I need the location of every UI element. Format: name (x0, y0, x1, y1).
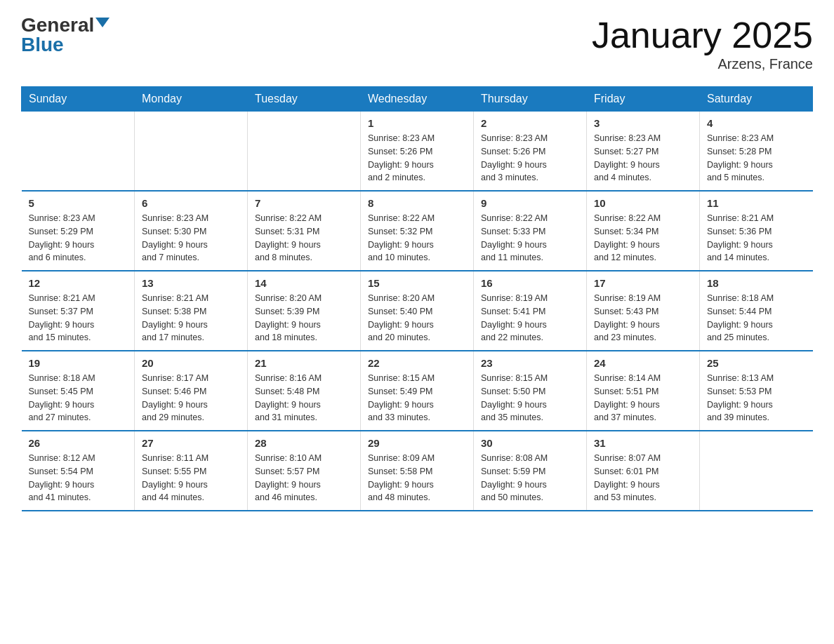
calendar-day-cell: 9Sunrise: 8:22 AM Sunset: 5:33 PM Daylig… (474, 191, 587, 271)
day-info: Sunrise: 8:17 AM Sunset: 5:46 PM Dayligh… (142, 372, 240, 424)
logo: General Blue (21, 14, 110, 56)
day-info: Sunrise: 8:16 AM Sunset: 5:48 PM Dayligh… (255, 372, 353, 424)
day-number: 19 (29, 357, 128, 369)
day-number: 27 (142, 437, 240, 449)
day-info: Sunrise: 8:23 AM Sunset: 5:30 PM Dayligh… (142, 212, 240, 264)
calendar-day-cell (700, 431, 813, 511)
day-number: 4 (707, 117, 806, 129)
day-number: 16 (481, 277, 579, 289)
day-number: 21 (255, 357, 353, 369)
calendar-week-row: 19Sunrise: 8:18 AM Sunset: 5:45 PM Dayli… (22, 351, 813, 431)
calendar-day-cell (135, 112, 248, 192)
calendar-day-cell: 19Sunrise: 8:18 AM Sunset: 5:45 PM Dayli… (22, 351, 135, 431)
calendar-day-header: Sunday (22, 87, 135, 112)
calendar-day-cell: 30Sunrise: 8:08 AM Sunset: 5:59 PM Dayli… (474, 431, 587, 511)
location: Arzens, France (592, 56, 813, 72)
calendar-day-cell: 3Sunrise: 8:23 AM Sunset: 5:27 PM Daylig… (587, 112, 700, 192)
calendar-day-header: Thursday (474, 87, 587, 112)
day-number: 18 (707, 277, 806, 289)
day-info: Sunrise: 8:23 AM Sunset: 5:26 PM Dayligh… (368, 132, 466, 185)
calendar-day-cell: 18Sunrise: 8:18 AM Sunset: 5:44 PM Dayli… (700, 271, 813, 351)
calendar-day-cell: 11Sunrise: 8:21 AM Sunset: 5:36 PM Dayli… (700, 191, 813, 271)
day-info: Sunrise: 8:11 AM Sunset: 5:55 PM Dayligh… (142, 452, 240, 504)
calendar-day-cell: 1Sunrise: 8:23 AM Sunset: 5:26 PM Daylig… (361, 112, 474, 192)
calendar-day-header: Saturday (700, 87, 813, 112)
calendar-day-cell: 14Sunrise: 8:20 AM Sunset: 5:39 PM Dayli… (248, 271, 361, 351)
calendar-day-cell: 17Sunrise: 8:19 AM Sunset: 5:43 PM Dayli… (587, 271, 700, 351)
day-number: 24 (594, 357, 692, 369)
calendar-day-cell: 13Sunrise: 8:21 AM Sunset: 5:38 PM Dayli… (135, 271, 248, 351)
day-info: Sunrise: 8:23 AM Sunset: 5:29 PM Dayligh… (29, 212, 128, 264)
day-info: Sunrise: 8:09 AM Sunset: 5:58 PM Dayligh… (368, 452, 466, 504)
day-info: Sunrise: 8:23 AM Sunset: 5:26 PM Dayligh… (481, 132, 579, 185)
calendar-day-cell: 28Sunrise: 8:10 AM Sunset: 5:57 PM Dayli… (248, 431, 361, 511)
day-info: Sunrise: 8:21 AM Sunset: 5:37 PM Dayligh… (29, 292, 128, 344)
day-info: Sunrise: 8:22 AM Sunset: 5:34 PM Dayligh… (594, 212, 692, 264)
calendar-day-cell: 24Sunrise: 8:14 AM Sunset: 5:51 PM Dayli… (587, 351, 700, 431)
day-info: Sunrise: 8:20 AM Sunset: 5:40 PM Dayligh… (368, 292, 466, 344)
day-info: Sunrise: 8:18 AM Sunset: 5:45 PM Dayligh… (29, 372, 128, 424)
day-number: 12 (29, 277, 128, 289)
day-info: Sunrise: 8:08 AM Sunset: 5:59 PM Dayligh… (481, 452, 579, 504)
calendar-day-cell: 31Sunrise: 8:07 AM Sunset: 6:01 PM Dayli… (587, 431, 700, 511)
day-number: 3 (594, 117, 692, 129)
day-number: 23 (481, 357, 579, 369)
calendar-day-header: Wednesday (361, 87, 474, 112)
calendar-day-cell: 29Sunrise: 8:09 AM Sunset: 5:58 PM Dayli… (361, 431, 474, 511)
calendar-header-row: SundayMondayTuesdayWednesdayThursdayFrid… (22, 87, 813, 112)
day-info: Sunrise: 8:22 AM Sunset: 5:33 PM Dayligh… (481, 212, 579, 264)
day-number: 6 (142, 197, 240, 209)
day-number: 28 (255, 437, 353, 449)
month-title: January 2025 (592, 14, 813, 56)
calendar-day-cell: 27Sunrise: 8:11 AM Sunset: 5:55 PM Dayli… (135, 431, 248, 511)
calendar-day-cell: 21Sunrise: 8:16 AM Sunset: 5:48 PM Dayli… (248, 351, 361, 431)
day-info: Sunrise: 8:12 AM Sunset: 5:54 PM Dayligh… (29, 452, 128, 504)
calendar-day-cell: 26Sunrise: 8:12 AM Sunset: 5:54 PM Dayli… (22, 431, 135, 511)
day-number: 15 (368, 277, 466, 289)
calendar-day-header: Friday (587, 87, 700, 112)
day-info: Sunrise: 8:21 AM Sunset: 5:36 PM Dayligh… (707, 212, 806, 264)
day-number: 29 (368, 437, 466, 449)
calendar-day-cell: 23Sunrise: 8:15 AM Sunset: 5:50 PM Dayli… (474, 351, 587, 431)
day-number: 5 (29, 197, 128, 209)
day-info: Sunrise: 8:15 AM Sunset: 5:50 PM Dayligh… (481, 372, 579, 424)
calendar-week-row: 5Sunrise: 8:23 AM Sunset: 5:29 PM Daylig… (22, 191, 813, 271)
day-info: Sunrise: 8:18 AM Sunset: 5:44 PM Dayligh… (707, 292, 806, 344)
day-number: 2 (481, 117, 579, 129)
calendar-day-cell: 25Sunrise: 8:13 AM Sunset: 5:53 PM Dayli… (700, 351, 813, 431)
day-number: 22 (368, 357, 466, 369)
title-block: January 2025 Arzens, France (592, 14, 813, 72)
day-info: Sunrise: 8:13 AM Sunset: 5:53 PM Dayligh… (707, 372, 806, 424)
calendar-day-cell: 6Sunrise: 8:23 AM Sunset: 5:30 PM Daylig… (135, 191, 248, 271)
calendar-day-cell: 4Sunrise: 8:23 AM Sunset: 5:28 PM Daylig… (700, 112, 813, 192)
day-number: 26 (29, 437, 128, 449)
day-number: 31 (594, 437, 692, 449)
day-number: 14 (255, 277, 353, 289)
day-info: Sunrise: 8:19 AM Sunset: 5:41 PM Dayligh… (481, 292, 579, 344)
calendar-day-cell: 15Sunrise: 8:20 AM Sunset: 5:40 PM Dayli… (361, 271, 474, 351)
day-info: Sunrise: 8:22 AM Sunset: 5:31 PM Dayligh… (255, 212, 353, 264)
calendar-week-row: 1Sunrise: 8:23 AM Sunset: 5:26 PM Daylig… (22, 112, 813, 192)
calendar-day-cell (248, 112, 361, 192)
calendar-day-cell (22, 112, 135, 192)
day-number: 11 (707, 197, 806, 209)
day-info: Sunrise: 8:23 AM Sunset: 5:28 PM Dayligh… (707, 132, 806, 185)
day-info: Sunrise: 8:21 AM Sunset: 5:38 PM Dayligh… (142, 292, 240, 344)
day-number: 30 (481, 437, 579, 449)
page-header: General Blue January 2025 Arzens, France (21, 14, 813, 72)
day-number: 10 (594, 197, 692, 209)
calendar-table: SundayMondayTuesdayWednesdayThursdayFrid… (21, 86, 813, 511)
day-number: 25 (707, 357, 806, 369)
calendar-week-row: 26Sunrise: 8:12 AM Sunset: 5:54 PM Dayli… (22, 431, 813, 511)
day-info: Sunrise: 8:14 AM Sunset: 5:51 PM Dayligh… (594, 372, 692, 424)
day-number: 9 (481, 197, 579, 209)
calendar-day-header: Tuesday (248, 87, 361, 112)
day-number: 17 (594, 277, 692, 289)
day-info: Sunrise: 8:15 AM Sunset: 5:49 PM Dayligh… (368, 372, 466, 424)
day-info: Sunrise: 8:20 AM Sunset: 5:39 PM Dayligh… (255, 292, 353, 344)
day-info: Sunrise: 8:07 AM Sunset: 6:01 PM Dayligh… (594, 452, 692, 504)
calendar-day-cell: 22Sunrise: 8:15 AM Sunset: 5:49 PM Dayli… (361, 351, 474, 431)
logo-blue-text: Blue (21, 34, 110, 56)
calendar-day-cell: 12Sunrise: 8:21 AM Sunset: 5:37 PM Dayli… (22, 271, 135, 351)
day-info: Sunrise: 8:22 AM Sunset: 5:32 PM Dayligh… (368, 212, 466, 264)
